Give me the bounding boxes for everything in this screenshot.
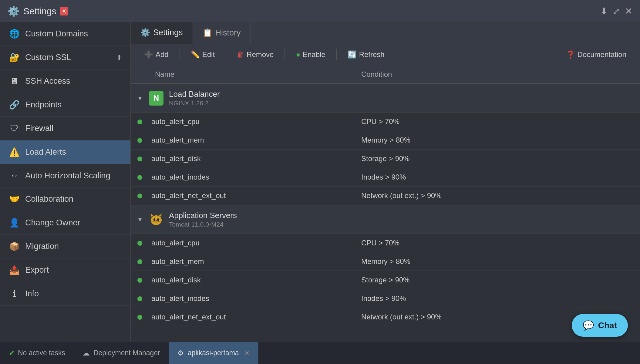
row-dot — [131, 172, 149, 182]
ssh-icon: 🖥 — [9, 76, 20, 86]
row-dot — [131, 275, 149, 285]
title-close-button[interactable]: ✕ — [60, 7, 68, 15]
tab-settings[interactable]: ⚙️ Settings — [131, 22, 193, 44]
sidebar-item-endpoints[interactable]: 🔗 Endpoints — [0, 93, 130, 117]
deployment-manager-icon: ☁ — [83, 349, 90, 357]
add-icon: ➕ — [144, 50, 153, 59]
expand-button[interactable]: ⤢ — [612, 6, 620, 16]
bottom-tab-aplikasi-pertama[interactable]: ⚙ aplikasi-pertama ✕ — [169, 342, 258, 364]
table-row[interactable]: auto_alert_net_ext_out Network (out ext.… — [131, 187, 640, 205]
migration-icon: 📦 — [9, 241, 20, 251]
row-dot — [131, 117, 149, 126]
title-bar-controls: ⬇ ⤢ ✕ — [600, 6, 632, 16]
bottom-tab-deployment-label: Deployment Manager — [93, 349, 160, 357]
main-layout: 🌐 Custom Domains 🔐 Custom SSL ⬆ 🖥 SSH Ac… — [0, 22, 640, 342]
row-dot — [131, 238, 149, 248]
sidebar-item-custom-ssl[interactable]: 🔐 Custom SSL ⬆ — [0, 46, 130, 69]
refresh-button[interactable]: 🔄 Refresh — [342, 48, 391, 61]
row-name: auto_alert_cpu — [149, 239, 355, 247]
row-name: auto_alert_inodes — [149, 294, 355, 303]
row-name: auto_alert_mem — [149, 257, 355, 266]
group-chevron-app-servers[interactable]: ▾ — [131, 216, 149, 224]
custom-ssl-icon: 🔐 — [9, 52, 20, 62]
row-dot — [131, 154, 149, 163]
sidebar-item-info[interactable]: ℹ Info — [0, 282, 130, 306]
bottom-tab-deployment-manager[interactable]: ☁ Deployment Manager — [74, 342, 169, 364]
row-name: auto_alert_inodes — [149, 173, 355, 181]
row-condition: Network (out ext.) > 90% — [355, 191, 640, 200]
svg-point-4 — [153, 218, 155, 221]
tab-history[interactable]: 📋 History — [193, 22, 251, 44]
row-dot — [131, 257, 149, 266]
table-row[interactable]: auto_alert_mem Memory > 80% — [131, 252, 640, 271]
row-condition: Storage > 90% — [355, 154, 640, 163]
group-logo-tomcat — [149, 212, 163, 227]
row-condition: Inodes > 90% — [355, 294, 640, 303]
edit-button[interactable]: ✏️ Edit — [185, 48, 221, 61]
status-item: ✔ No active tasks — [0, 342, 74, 364]
endpoints-icon: 🔗 — [9, 100, 20, 110]
group-sub-load-balancer: NGINX 1.26.2 — [169, 99, 220, 107]
row-dot — [131, 312, 149, 322]
group-info-load-balancer: N Load Balancer NGINX 1.26.2 — [149, 89, 640, 107]
sidebar-item-load-alerts[interactable]: ⚠️ Load Alerts — [0, 140, 130, 164]
svg-point-5 — [157, 218, 159, 221]
row-dot — [131, 135, 149, 145]
change-owner-icon: 👤 — [9, 218, 20, 228]
sidebar-item-migration[interactable]: 📦 Migration — [0, 235, 130, 258]
sidebar-item-export[interactable]: 📤 Export — [0, 258, 130, 282]
row-condition: CPU > 70% — [355, 117, 640, 126]
table-row[interactable]: auto_alert_mem Memory > 80% — [131, 131, 640, 150]
table-area: Name Condition ▾ N Load Balancer NGINX 1… — [131, 65, 640, 342]
row-dot — [131, 294, 149, 303]
edit-icon: ✏️ — [191, 50, 200, 59]
documentation-button[interactable]: ❓ Documentation — [560, 48, 632, 61]
toolbar-separator-1 — [180, 49, 180, 60]
toolbar-separator-3 — [285, 49, 285, 60]
remove-button[interactable]: 🗑 Remove — [231, 48, 280, 61]
group-row-app-servers[interactable]: ▾ — [131, 205, 640, 234]
firewall-icon: 🛡 — [9, 123, 20, 133]
sidebar-item-custom-domains[interactable]: 🌐 Custom Domains — [0, 22, 130, 46]
table-row[interactable]: auto_alert_cpu CPU > 70% — [131, 234, 640, 252]
row-condition: Memory > 80% — [355, 257, 640, 266]
toolbar-separator-2 — [226, 49, 226, 60]
export-icon: 📤 — [9, 265, 20, 275]
table-row[interactable]: auto_alert_inodes Inodes > 90% — [131, 168, 640, 187]
sidebar-item-auto-horizontal-scaling[interactable]: ↔ Auto Horizontal Scaling — [0, 164, 130, 187]
chat-label: Chat — [598, 321, 617, 330]
chat-button[interactable]: 💬 Chat — [572, 314, 628, 337]
settings-title-icon: ⚙️ — [8, 5, 20, 17]
enable-button[interactable]: ● Enable — [290, 48, 331, 61]
row-dot — [131, 191, 149, 201]
group-sub-app-servers: Tomcat 11.0.0-M24 — [169, 221, 237, 228]
group-row-load-balancer[interactable]: ▾ N Load Balancer NGINX 1.26.2 — [131, 84, 640, 113]
close-tab-button[interactable]: ✕ — [244, 349, 250, 357]
title-bar: ⚙️ Settings ✕ ⬇ ⤢ ✕ — [0, 0, 640, 22]
sidebar-item-collaboration[interactable]: 🤝 Collaboration — [0, 187, 130, 211]
custom-ssl-badge: ⬆ — [116, 54, 122, 62]
sidebar-item-firewall[interactable]: 🛡 Firewall — [0, 117, 130, 140]
sidebar-item-change-owner[interactable]: 👤 Change Owner — [0, 211, 130, 235]
table-row[interactable]: auto_alert_inodes Inodes > 90% — [131, 289, 640, 308]
refresh-icon: 🔄 — [348, 50, 357, 59]
aplikasi-icon: ⚙ — [177, 349, 184, 357]
close-window-button[interactable]: ✕ — [625, 6, 632, 16]
remove-icon: 🗑 — [237, 50, 244, 59]
group-chevron-load-balancer[interactable]: ▾ — [131, 94, 149, 102]
sidebar-item-ssh-access[interactable]: 🖥 SSH Access — [0, 69, 130, 93]
row-name: auto_alert_cpu — [149, 117, 355, 126]
status-check-icon: ✔ — [9, 349, 15, 357]
svg-point-7 — [156, 220, 157, 221]
chat-icon: 💬 — [583, 320, 594, 331]
table-row[interactable]: auto_alert_disk Storage > 90% — [131, 150, 640, 168]
toolbar: ➕ Add ✏️ Edit 🗑 Remove ● Enable — [131, 44, 640, 65]
col-header-name: Name — [149, 70, 355, 79]
table-row[interactable]: auto_alert_disk Storage > 90% — [131, 271, 640, 289]
table-row[interactable]: auto_alert_cpu CPU > 70% — [131, 113, 640, 131]
row-name: auto_alert_disk — [149, 154, 355, 163]
table-row[interactable]: auto_alert_net_ext_out Network (out ext.… — [131, 308, 640, 326]
add-button[interactable]: ➕ Add — [138, 48, 175, 61]
collaboration-icon: 🤝 — [9, 194, 20, 204]
download-button[interactable]: ⬇ — [600, 6, 608, 16]
